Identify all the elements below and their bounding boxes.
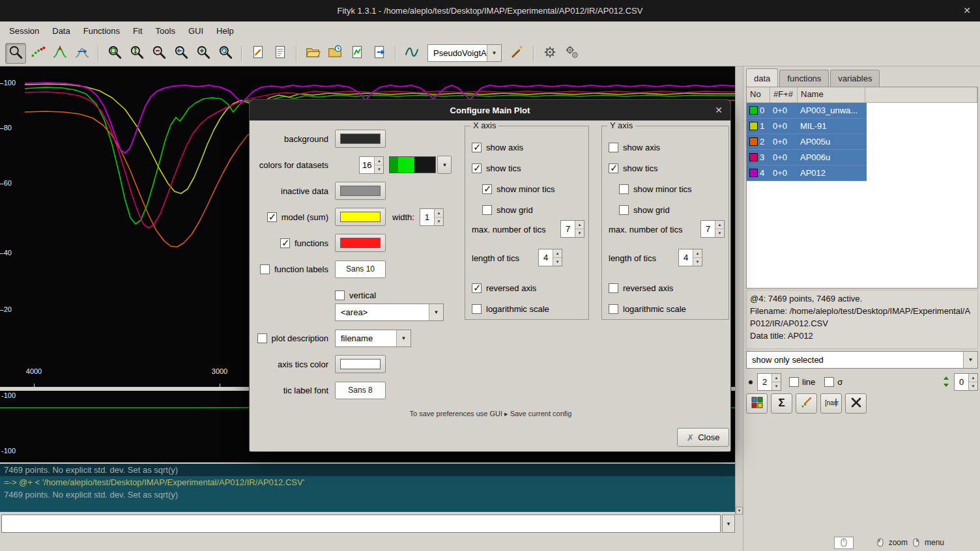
- zoom-all-button[interactable]: [104, 43, 125, 64]
- spin-down-icon[interactable]: ▼: [969, 382, 977, 390]
- plot-description-checkbox[interactable]: [257, 333, 267, 343]
- y-axis-show-minor-tics-checkbox[interactable]: [619, 184, 629, 194]
- zoom-vertical-button[interactable]: [126, 43, 147, 64]
- open-data-button[interactable]: [302, 43, 323, 64]
- spin-down-icon[interactable]: ▼: [435, 218, 443, 225]
- point-size-spinner-spin[interactable]: 2▲▼: [757, 373, 781, 391]
- export-data-button[interactable]: [369, 43, 390, 64]
- x-axis-length-of-tics-spinner[interactable]: 4▲▼: [538, 249, 562, 266]
- tab-data[interactable]: data: [746, 68, 778, 87]
- vertical-checkbox[interactable]: [335, 290, 345, 300]
- run-script-gear-button[interactable]: [540, 43, 560, 64]
- menu-data[interactable]: Data: [46, 23, 76, 39]
- background-color-button[interactable]: [335, 130, 386, 148]
- description-combo[interactable]: filename ▼: [335, 330, 411, 347]
- define-function-button[interactable]: [401, 43, 422, 64]
- spin-up-icon[interactable]: ▲: [693, 249, 702, 258]
- functions-color-button[interactable]: [335, 234, 386, 252]
- spin-down-icon[interactable]: ▼: [553, 258, 562, 266]
- menu-tools[interactable]: Tools: [149, 23, 182, 39]
- axis-tics-color-button[interactable]: [335, 355, 386, 373]
- rename-data-button[interactable]: [nam: [820, 393, 842, 414]
- sum-data-button[interactable]: Σ: [771, 393, 792, 414]
- model-color-button[interactable]: [335, 208, 386, 226]
- y-axis-show-tics-checkbox[interactable]: [609, 163, 618, 173]
- x-axis-show-grid-checkbox[interactable]: [482, 205, 492, 215]
- y-axis-max-number-of-tics-spinner[interactable]: 7▲▼: [700, 220, 725, 238]
- y-axis-length-of-tics-spinner[interactable]: 4▲▼: [678, 249, 702, 266]
- zoom-in-button[interactable]: [193, 43, 214, 64]
- copy-data-button[interactable]: [746, 393, 768, 414]
- dataset-palette-preview[interactable]: [389, 156, 436, 173]
- close-button[interactable]: ✗ Close: [677, 428, 729, 447]
- menu-session[interactable]: Session: [3, 23, 46, 39]
- save-plot-button[interactable]: [347, 43, 368, 64]
- spin-up-icon[interactable]: ▲: [715, 221, 724, 229]
- drag-peak-mode-button[interactable]: [72, 43, 93, 64]
- zoom-previous-button[interactable]: [171, 43, 192, 64]
- spin-down-icon[interactable]: ▼: [575, 229, 584, 237]
- spin-down-icon[interactable]: ▼: [772, 382, 781, 390]
- x-axis-show-axis-checkbox[interactable]: [472, 143, 482, 152]
- spin-up-icon[interactable]: ▲: [375, 157, 383, 165]
- sigma-checkbox[interactable]: [824, 377, 834, 387]
- spin-down-icon[interactable]: ▼: [715, 229, 724, 237]
- spin-up-icon[interactable]: ▲: [553, 249, 562, 258]
- dialog-titlebar[interactable]: Configure Main Plot ✕: [250, 100, 730, 120]
- model-sum-checkbox[interactable]: [267, 212, 277, 222]
- add-peak-mode-button[interactable]: [50, 43, 70, 64]
- delete-data-button[interactable]: [845, 393, 867, 414]
- spin-down-icon[interactable]: ▼: [693, 258, 702, 266]
- spin-up-icon[interactable]: ▲: [435, 209, 443, 218]
- dialog-close-icon[interactable]: ✕: [715, 105, 723, 115]
- run-gears-alt-button[interactable]: [562, 43, 583, 64]
- zoom-history-button[interactable]: [215, 43, 236, 64]
- zoom-mode-button[interactable]: [5, 43, 26, 64]
- y-axis-reversed-axis-checkbox[interactable]: [609, 283, 618, 293]
- tic-font-button[interactable]: Sans 8: [335, 382, 386, 399]
- session-log-button[interactable]: [270, 43, 291, 64]
- edit-data-button[interactable]: [796, 393, 817, 414]
- x-axis-logarithmic-scale-checkbox[interactable]: [472, 304, 482, 314]
- label-position-combo[interactable]: <area> ▼: [335, 304, 444, 321]
- y-axis-logarithmic-scale-checkbox[interactable]: [609, 304, 618, 314]
- show-only-selected-combo[interactable]: show only selected ▼: [746, 351, 978, 369]
- tab-functions[interactable]: functions: [779, 70, 829, 87]
- shift-spinner-spin[interactable]: 0▲▼: [954, 373, 978, 391]
- menu-gui[interactable]: GUI: [182, 23, 210, 39]
- model-width-spinner-spin[interactable]: 1▲▼: [420, 208, 444, 226]
- window-close-button[interactable]: ✕: [963, 5, 971, 16]
- output-console[interactable]: 7469 points. No explicit std. dev. Set a…: [0, 464, 735, 512]
- peak-type-combo[interactable]: PseudoVoigtA▼: [427, 44, 502, 62]
- auto-add-peak-button[interactable]: [507, 43, 528, 64]
- scrollbar-down-icon[interactable]: ▾: [736, 507, 743, 515]
- dataset-colors-count-spinner-spin[interactable]: 16▲▼: [359, 156, 384, 174]
- menu-fit[interactable]: Fit: [126, 23, 149, 39]
- spin-up-icon[interactable]: ▲: [772, 374, 781, 382]
- y-axis-show-grid-checkbox[interactable]: [619, 205, 629, 215]
- plot-scrollbar[interactable]: ▾: [735, 66, 743, 515]
- menu-functions[interactable]: Functions: [77, 23, 126, 39]
- window-titlebar[interactable]: Fityk 1.3.1 - /home/aleplo/test/Desktop/…: [0, 0, 980, 21]
- command-history-button[interactable]: ▾: [722, 515, 735, 533]
- function-labels-checkbox[interactable]: [260, 264, 270, 274]
- x-axis-max-number-of-tics-spinner[interactable]: 7▲▼: [560, 220, 584, 238]
- dataset-row[interactable]: 20+0AP005u: [747, 134, 867, 150]
- zoom-out-button[interactable]: [149, 43, 169, 64]
- x-axis-reversed-axis-checkbox[interactable]: [472, 283, 482, 293]
- dataset-row[interactable]: 10+0MIL-91: [747, 119, 867, 134]
- edit-script-button[interactable]: [248, 43, 268, 64]
- dataset-row[interactable]: 30+0AP006u: [747, 150, 867, 165]
- open-recent-button[interactable]: [324, 43, 345, 64]
- spin-up-icon[interactable]: ▲: [969, 374, 977, 382]
- tab-variables[interactable]: variables: [830, 70, 880, 87]
- dataset-row[interactable]: 00+0AP003_unwa...: [747, 103, 867, 119]
- line-checkbox[interactable]: [789, 377, 799, 387]
- x-axis-show-minor-tics-checkbox[interactable]: [482, 184, 492, 194]
- functions-checkbox[interactable]: [280, 238, 290, 248]
- palette-dropdown-button[interactable]: ▼: [437, 156, 452, 174]
- command-input[interactable]: [1, 515, 721, 533]
- y-axis-show-axis-checkbox[interactable]: [609, 143, 618, 152]
- x-axis-show-tics-checkbox[interactable]: [472, 163, 482, 173]
- dataset-row[interactable]: 40+0AP012: [747, 165, 867, 181]
